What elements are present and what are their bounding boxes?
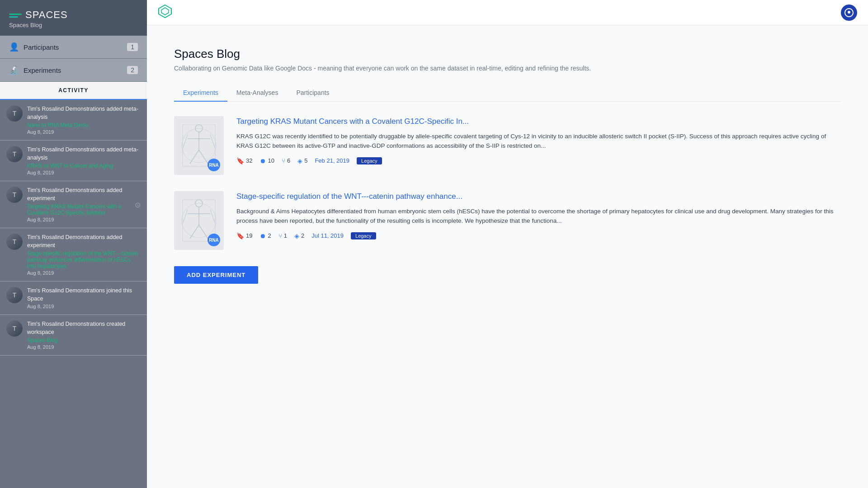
bookmark-icon-0: 🔖 xyxy=(236,157,244,164)
meta-bookmarks-0: 🔖 32 xyxy=(236,157,252,164)
fork-icon-0: ⑂ xyxy=(282,157,285,164)
experiments-count: 2 xyxy=(127,66,138,74)
toggle-icon-1: ⏺ xyxy=(259,232,266,239)
avatar-1: T xyxy=(6,146,23,162)
tab-experiments[interactable]: Experiments xyxy=(174,84,227,102)
avatar-2: T xyxy=(6,187,23,203)
avatar-3: T xyxy=(6,234,23,250)
legacy-badge-1: Legacy xyxy=(351,232,376,239)
rna-badge-1: RNA xyxy=(208,234,220,246)
activity-item-2: T Tim's Rosalind Demonstrations added ex… xyxy=(0,181,147,228)
experiment-title-1[interactable]: Stage-specific regulation of the WNT---c… xyxy=(236,191,841,202)
activity-text-1: Tim's Rosalind Demonstrations added meta… xyxy=(27,146,141,175)
top-bar xyxy=(147,0,868,25)
meta-cubes-0: ◈ 5 xyxy=(297,157,307,164)
experiment-info-0: Targeting KRAS Mutant Cancers with a Cov… xyxy=(236,116,841,164)
activity-main-2: Tim's Rosalind Demonstrations added expe… xyxy=(27,187,141,202)
toggle-icon-0: ⏺ xyxy=(259,157,266,164)
svg-line-15 xyxy=(199,225,208,239)
meta-forks-0: ⑂ 6 xyxy=(282,157,290,164)
activity-date-2: Aug 8, 2019 xyxy=(27,217,141,222)
fork-icon-1: ⑂ xyxy=(278,232,282,239)
experiment-title-0[interactable]: Targeting KRAS Mutant Cancers with a Cov… xyxy=(236,116,841,127)
bookmark-count-0: 32 xyxy=(246,157,252,164)
tab-meta-analyses[interactable]: Meta-Analyses xyxy=(227,84,288,102)
cube-icon-1: ◈ xyxy=(294,232,299,239)
experiment-date-1: Jul 11, 2019 xyxy=(311,232,344,239)
bookmark-count-1: 19 xyxy=(246,232,252,239)
add-experiment-button[interactable]: ADD EXPERIMENT xyxy=(174,266,258,284)
fork-count-0: 6 xyxy=(287,157,290,164)
svg-line-14 xyxy=(190,225,199,239)
activity-main-5: Tim's Rosalind Demonstrations created wo… xyxy=(27,320,141,336)
meta-toggles-1: ⏺ 2 xyxy=(259,232,271,239)
user-settings-icon[interactable] xyxy=(841,5,857,21)
content-area: Spaces Blog Collaborating on Genomic Dat… xyxy=(147,25,868,488)
activity-main-3: Tim's Rosalind Demonstrations added expe… xyxy=(27,234,141,249)
toggle-count-1: 2 xyxy=(268,232,271,239)
activity-date-0: Aug 8, 2019 xyxy=(27,129,141,135)
activity-date-3: Aug 8, 2019 xyxy=(27,270,141,276)
content-tabs: Experiments Meta-Analyses Participants xyxy=(174,84,841,102)
meta-bookmarks-1: 🔖 19 xyxy=(236,232,252,239)
activity-circle-icon-2: ⊙ xyxy=(135,200,141,209)
experiments-icon: 🔬 xyxy=(9,65,19,75)
page-title: Spaces Blog xyxy=(174,47,841,61)
activity-text-5: Tim's Rosalind Demonstrations created wo… xyxy=(27,320,141,350)
app-logo xyxy=(158,4,172,21)
participants-count: 1 xyxy=(127,43,138,51)
cube-count-1: 2 xyxy=(301,232,304,239)
tab-participants[interactable]: Participants xyxy=(287,84,338,102)
activity-item-5: T Tim's Rosalind Demonstrations created … xyxy=(0,315,147,356)
experiment-abstract-1: Background & Aims Hepatocytes differenti… xyxy=(236,206,841,226)
bookmark-icon-1: 🔖 xyxy=(236,232,244,239)
page-description: Collaborating on Genomic Data like Googl… xyxy=(174,65,841,72)
activity-sub-5: Spaces Blog xyxy=(27,337,141,343)
experiment-card-1: RNA Stage-specific regulation of the WNT… xyxy=(174,191,841,250)
activity-text-4: Tim's Rosalind Demonstrations joined thi… xyxy=(27,287,141,309)
svg-line-17 xyxy=(210,209,215,223)
activity-date-1: Aug 8, 2019 xyxy=(27,170,141,175)
experiment-meta-1: 🔖 19 ⏺ 2 ⑂ 1 ◈ 2 Jul 11, 201 xyxy=(236,232,841,239)
activity-sub-3: Stage-specific regulation of the WNT---c… xyxy=(27,250,141,269)
svg-marker-0 xyxy=(159,5,171,18)
experiment-date-0: Feb 21, 2019 xyxy=(315,157,349,164)
cube-count-0: 5 xyxy=(304,157,307,164)
svg-line-5 xyxy=(190,150,199,164)
activity-date-5: Aug 8, 2019 xyxy=(27,344,141,350)
meta-cubes-1: ◈ 2 xyxy=(294,232,304,239)
sidebar-nav-participants[interactable]: 👤 Participants 1 xyxy=(0,36,147,59)
legacy-badge-0: Legacy xyxy=(357,157,382,164)
svg-marker-1 xyxy=(161,8,169,15)
activity-main-4: Tim's Rosalind Demonstrations joined thi… xyxy=(27,287,141,303)
toggle-count-0: 10 xyxy=(268,157,274,164)
svg-line-7 xyxy=(183,134,188,148)
experiment-abstract-0: KRAS G12C was recently identified to be … xyxy=(236,131,841,151)
sidebar-title: SPACES xyxy=(25,9,68,21)
experiment-thumbnail-1: RNA xyxy=(174,191,224,250)
activity-main-1: Tim's Rosalind Demonstrations added meta… xyxy=(27,146,141,162)
sidebar: SPACES Spaces Blog 👤 Participants 1 🔬 Ex… xyxy=(0,0,147,488)
activity-sub-2: Targeting KRAS Mutant Cancers with a Cov… xyxy=(27,203,141,216)
sidebar-nav-participants-label: 👤 Participants xyxy=(9,42,59,52)
activity-sub-1: KRAS vs WNT in Cancer and Aging xyxy=(27,163,141,169)
activity-text-2: Tim's Rosalind Demonstrations added expe… xyxy=(27,187,141,222)
fork-count-1: 1 xyxy=(284,232,287,239)
activity-item-0: T Tim's Rosalind Demonstrations added me… xyxy=(0,100,147,141)
sidebar-nav-experiments[interactable]: 🔬 Experiments 2 xyxy=(0,59,147,82)
activity-item-4: T Tim's Rosalind Demonstrations joined t… xyxy=(0,282,147,315)
activity-section: ACTIVITY T Tim's Rosalind Demonstrations… xyxy=(0,82,147,488)
activity-tab[interactable]: ACTIVITY xyxy=(0,82,147,100)
svg-line-8 xyxy=(210,134,215,148)
spaces-logo-bar: SPACES xyxy=(9,9,138,21)
add-experiment-area: ADD EXPERIMENT xyxy=(174,266,841,284)
experiment-card-0: RNA Targeting KRAS Mutant Cancers with a… xyxy=(174,116,841,175)
activity-main-0: Tim's Rosalind Demonstrations added meta… xyxy=(27,105,141,121)
experiment-thumbnail-0: RNA xyxy=(174,116,224,175)
avatar-5: T xyxy=(6,320,23,337)
participants-icon: 👤 xyxy=(9,42,19,52)
activity-text-0: Tim's Rosalind Demonstrations added meta… xyxy=(27,105,141,135)
activity-header: ACTIVITY xyxy=(0,82,147,100)
main-content: Spaces Blog Collaborating on Genomic Dat… xyxy=(147,0,868,488)
activity-date-4: Aug 8, 2019 xyxy=(27,304,141,309)
